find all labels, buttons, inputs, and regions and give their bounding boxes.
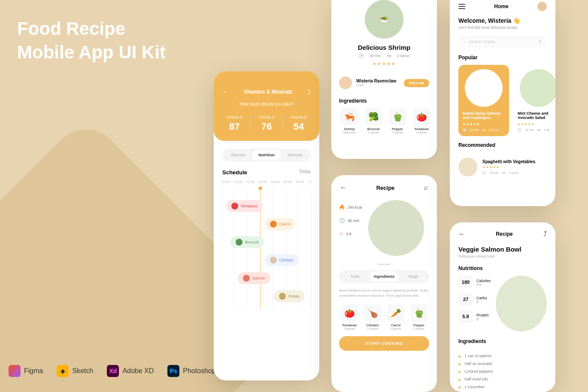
recipe-detail-screen: 🥗 Delicious Shrimp 🕐30 min🍽2 serve ★★★★★… bbox=[331, 0, 437, 159]
chef-role: Chef bbox=[356, 83, 396, 87]
rating-stars: ★★★★★ bbox=[331, 61, 437, 66]
chef-avatar[interactable] bbox=[339, 76, 352, 89]
recipe-image bbox=[496, 276, 547, 331]
search-input[interactable]: ⌕Search recipes..⚙ bbox=[458, 36, 547, 48]
recommended-item[interactable]: Spaghetti with Vegetables ★★★★★ 🕐30 min🍽… bbox=[450, 152, 555, 182]
recipe-image bbox=[368, 200, 424, 256]
recipe-card[interactable]: Mint Cheese and Avocado Salad ★★★★★ 🕐15 … bbox=[513, 65, 555, 136]
ps-icon: Ps bbox=[167, 365, 179, 377]
stat-value: 76 bbox=[258, 121, 275, 132]
nutrition-row: 5.9Proteingr bbox=[458, 310, 491, 323]
sketch-label: Sketch bbox=[72, 367, 93, 375]
recipe-name: Veggie Salmon Bowl bbox=[450, 246, 555, 253]
xd-icon: Xd bbox=[107, 365, 119, 377]
food-pill-chicken[interactable]: Chicken bbox=[265, 254, 299, 266]
nutrition-row: 180Calorieskcal bbox=[458, 276, 491, 289]
stat-label: Vitamin C bbox=[258, 115, 275, 119]
clock-icon: 🕐 bbox=[339, 218, 345, 223]
tab-minerals[interactable]: Minerals bbox=[281, 150, 309, 160]
welcome-text: Welcome, Wisteria 👋 bbox=[450, 17, 555, 24]
schedule-title: Schedule bbox=[222, 169, 247, 176]
ingredient-item[interactable]: 🫑Pepper2 pieces bbox=[387, 108, 408, 134]
popular-title: Popular bbox=[450, 55, 555, 65]
stat-label: Vitamin E bbox=[291, 115, 307, 119]
home-screen: Home Welcome, Wisteria 👋 Let's find the … bbox=[450, 0, 555, 206]
recipe-description: Morbi eleifend purus viverra augue place… bbox=[331, 288, 437, 298]
ingredient-item[interactable]: 🍅Tomatoes3 pieces bbox=[339, 304, 360, 330]
recipe-image: 🥗 bbox=[365, 0, 403, 39]
page-title: Vitamins & Minerals bbox=[244, 89, 293, 95]
search-icon: ⌕ bbox=[464, 40, 466, 44]
page-title: Recipe bbox=[496, 231, 512, 237]
schedule-chart: Tomatoes Carrot Broccoli Chicken Salmon … bbox=[221, 188, 312, 308]
start-cooking-button[interactable]: START COOKING bbox=[339, 336, 429, 351]
ps-label: Photoshop bbox=[183, 367, 216, 375]
tools-list: Figma ◆Sketch XdAdobe XD PsPhotoshop bbox=[9, 365, 216, 377]
food-pill-carrot[interactable]: Carrot bbox=[265, 218, 295, 230]
fire-icon: 🔥 bbox=[339, 204, 345, 210]
ingredient-item[interactable]: 🫑Pepper2 pieces bbox=[409, 304, 429, 330]
tab-tools[interactable]: Tools bbox=[340, 271, 370, 282]
xd-label: Adobe XD bbox=[122, 367, 154, 375]
ingredients-title: Ingredients bbox=[331, 94, 437, 108]
tab-ingredients[interactable]: Ingredients bbox=[370, 271, 399, 282]
user-avatar[interactable] bbox=[537, 2, 547, 11]
tabs: Vitamins Nutrition Minerals bbox=[222, 149, 311, 161]
ingredients-title: Ingredients bbox=[450, 331, 555, 349]
back-icon[interactable]: ← bbox=[222, 88, 228, 95]
recipe-card[interactable]: Baked Spicy Salmon and Asparagus ★★★★★ 🕐… bbox=[458, 65, 509, 136]
recipe-title: Delicious Shrimp bbox=[331, 44, 437, 51]
ingredients-list: 1 can of salmon Half an avocado Colored … bbox=[450, 349, 555, 392]
ingredient-item[interactable]: 🍅Tomatoes1 pieces bbox=[411, 108, 432, 134]
share-icon[interactable]: ⤴ bbox=[308, 88, 311, 95]
filter-icon[interactable]: ⚙ bbox=[538, 40, 542, 44]
stat-value: 87 bbox=[226, 121, 243, 132]
follow-button[interactable]: FOLLOW bbox=[404, 79, 429, 87]
recipe-screen: ← Recipe ⌕ 🔥240 kcal 🕐30 min ☆4.8 Tools … bbox=[331, 175, 437, 392]
page-title: Home bbox=[494, 3, 508, 9]
serve-icon: 🍽 bbox=[387, 54, 391, 58]
welcome-subtitle: Let's find the most delicious recipe bbox=[450, 25, 555, 30]
sketch-icon: ◆ bbox=[57, 365, 69, 377]
timeline-labels: 10:0011:0012:0013:0014:0015:0016:0017 bbox=[214, 180, 319, 184]
food-pill-salmon[interactable]: Salmon bbox=[238, 272, 271, 284]
recipe-thumb bbox=[458, 158, 477, 176]
main-title: Food RecipeMobile App UI Kit bbox=[17, 17, 166, 64]
figma-icon bbox=[9, 365, 21, 377]
tab-steps[interactable]: Steps bbox=[399, 271, 428, 282]
recipe-detail-2-screen: ← Recipe ⤴ Veggie Salmon Bowl Delicious … bbox=[450, 222, 555, 392]
ingredient-item[interactable]: 🥦Broccoli1 pieces bbox=[363, 108, 384, 134]
star-icon: ☆ bbox=[339, 231, 343, 237]
ingredient-item[interactable]: 🦐ShrimpHalf a kilo bbox=[339, 108, 360, 134]
tab-vitamins[interactable]: Vitamins bbox=[224, 150, 252, 160]
recommended-title: Recommended bbox=[450, 136, 555, 152]
search-icon[interactable]: ⌕ bbox=[424, 184, 428, 191]
stat-label: Vitamin D bbox=[226, 115, 243, 119]
recipe-subtitle: Delicious cereal bowl bbox=[450, 254, 555, 258]
chef-row: Wisteria RavenclawChef FOLLOW bbox=[331, 72, 437, 94]
back-icon[interactable]: ← bbox=[458, 230, 465, 238]
nutrition-row: 27Carbogr bbox=[458, 293, 491, 306]
share-icon[interactable]: ⤴ bbox=[543, 230, 547, 238]
food-pill-tomato[interactable]: Tomatoes bbox=[226, 200, 263, 212]
stat-value: 54 bbox=[291, 121, 307, 132]
ingredient-item[interactable]: 🍗Chicken1 breast bbox=[362, 304, 383, 330]
back-icon[interactable]: ← bbox=[340, 184, 347, 191]
today-label[interactable]: Today bbox=[299, 169, 311, 176]
page-title: Recipe bbox=[376, 185, 395, 191]
nutritions-title: Nutritions bbox=[450, 265, 555, 276]
ingredient-item[interactable]: 🥕Carrot1 pieces bbox=[385, 304, 406, 330]
subtitle: How much should you take? bbox=[222, 102, 311, 106]
food-pill-broccoli[interactable]: Broccoli bbox=[230, 236, 264, 248]
chef-name: Wisteria Ravenclaw bbox=[356, 79, 396, 83]
tab-nutrition[interactable]: Nutrition bbox=[252, 150, 281, 160]
drag-handle[interactable] bbox=[378, 264, 391, 265]
figma-label: Figma bbox=[24, 367, 43, 375]
menu-icon[interactable] bbox=[458, 4, 465, 9]
vitamins-screen: ← Vitamins & Minerals ⤴ How much should … bbox=[214, 71, 319, 380]
food-pill-potato[interactable]: Potato bbox=[274, 290, 305, 302]
clock-icon: 🕐 bbox=[359, 54, 364, 58]
